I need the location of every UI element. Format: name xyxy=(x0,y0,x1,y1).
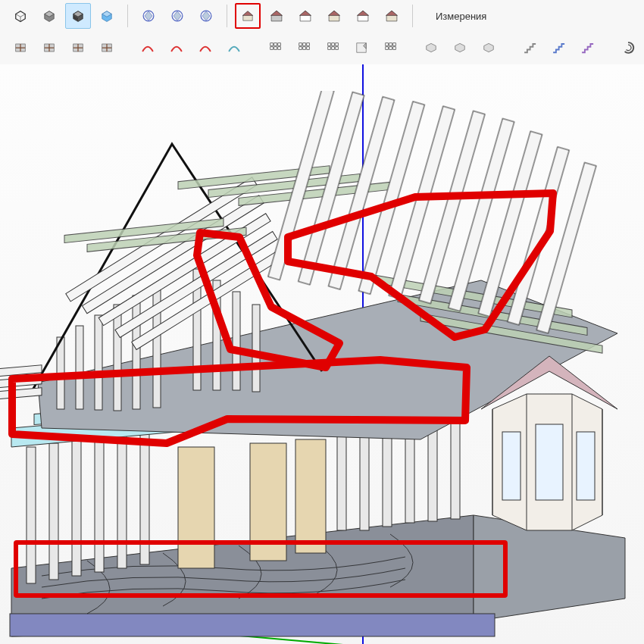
stair-grey-button[interactable] xyxy=(517,35,542,61)
grid-button[interactable] xyxy=(377,35,403,61)
fold-icon xyxy=(354,37,369,58)
cube-blue-button[interactable] xyxy=(94,3,120,29)
stair-grey-icon xyxy=(522,37,537,58)
svg-marker-61 xyxy=(455,43,465,52)
svg-line-1 xyxy=(16,14,20,17)
svg-rect-49 xyxy=(328,47,331,50)
cube-solid-button[interactable] xyxy=(36,3,62,29)
wall-corner-icon xyxy=(99,37,114,58)
stair-purple-button[interactable] xyxy=(574,35,600,61)
iso-box-icon xyxy=(424,37,439,58)
house-style4-icon xyxy=(327,5,342,27)
svg-rect-50 xyxy=(332,47,335,50)
svg-rect-55 xyxy=(389,43,392,46)
svg-marker-13 xyxy=(145,11,152,21)
svg-rect-46 xyxy=(328,43,331,46)
fold-button[interactable] xyxy=(349,35,374,61)
wall-corner-button[interactable] xyxy=(94,35,120,61)
svg-marker-21 xyxy=(271,11,283,15)
edge-rainbow-icon xyxy=(227,37,242,58)
array-tool-icon xyxy=(267,37,283,58)
svg-rect-41 xyxy=(303,43,306,46)
view-front-icon xyxy=(141,5,156,27)
edge-red-button[interactable] xyxy=(135,35,161,61)
svg-marker-19 xyxy=(242,11,253,16)
svg-rect-48 xyxy=(336,43,339,46)
svg-rect-56 xyxy=(393,43,396,46)
edge-fill-button[interactable] xyxy=(192,35,218,61)
svg-rect-59 xyxy=(393,47,396,50)
house-style4-button[interactable] xyxy=(321,3,347,29)
svg-rect-54 xyxy=(386,43,389,46)
cube-wire-button[interactable] xyxy=(8,3,33,29)
svg-rect-57 xyxy=(386,47,389,50)
stair-blue-icon xyxy=(551,37,566,58)
obj2-icon xyxy=(481,37,496,58)
house-style3-button[interactable] xyxy=(292,3,318,29)
house-style2-button[interactable] xyxy=(264,3,289,29)
house-style2-icon xyxy=(269,5,284,27)
wall-double-icon xyxy=(42,37,57,58)
obj2-button[interactable] xyxy=(476,35,502,61)
house-style6-button[interactable] xyxy=(379,3,405,29)
edge-arc-icon xyxy=(169,37,184,58)
array-tool-button[interactable] xyxy=(262,35,288,61)
house-style6-icon xyxy=(384,5,399,27)
svg-marker-17 xyxy=(202,11,210,21)
measurements-label: Измерения xyxy=(436,11,486,22)
edge-fill-icon xyxy=(198,37,213,58)
svg-marker-137 xyxy=(12,360,467,443)
cube-textured-button[interactable] xyxy=(65,3,91,29)
svg-marker-23 xyxy=(300,11,311,15)
main-toolbar: Измерения xyxy=(0,0,644,65)
iso-box-button[interactable] xyxy=(418,35,444,61)
house-style1-icon xyxy=(241,5,255,27)
3d-viewport[interactable] xyxy=(0,64,644,644)
svg-rect-38 xyxy=(274,47,277,50)
toolbar-separator xyxy=(412,5,413,27)
view-iso-icon xyxy=(170,5,185,27)
obj1-button[interactable] xyxy=(447,35,473,61)
upper-floor-annotation xyxy=(0,64,644,644)
svg-rect-37 xyxy=(270,47,274,50)
svg-marker-25 xyxy=(329,11,340,15)
toolbar-separator xyxy=(227,5,227,27)
edge-arc-button[interactable] xyxy=(164,35,189,61)
svg-marker-27 xyxy=(358,11,369,15)
svg-rect-40 xyxy=(299,43,302,46)
wall-double-button[interactable] xyxy=(36,35,62,61)
svg-marker-62 xyxy=(484,43,494,52)
svg-rect-35 xyxy=(274,43,277,46)
view-iso2-button[interactable] xyxy=(193,3,219,29)
pattern1-icon xyxy=(296,37,311,58)
wall-arc-button[interactable] xyxy=(65,35,91,61)
svg-rect-44 xyxy=(303,47,306,50)
pattern1-button[interactable] xyxy=(291,35,317,61)
spiral-icon xyxy=(621,37,636,58)
svg-rect-51 xyxy=(336,47,339,50)
view-iso2-icon xyxy=(199,5,214,27)
svg-rect-45 xyxy=(307,47,310,50)
view-iso-button[interactable] xyxy=(164,3,190,29)
house-style1-button[interactable] xyxy=(235,3,261,29)
pattern2-button[interactable] xyxy=(320,35,345,61)
svg-marker-60 xyxy=(427,43,436,52)
obj1-icon xyxy=(452,37,467,58)
spiral-button[interactable] xyxy=(615,35,641,61)
svg-rect-42 xyxy=(307,43,310,46)
toolbar-separator xyxy=(127,5,128,27)
pattern2-icon xyxy=(325,37,340,58)
house-style5-icon xyxy=(355,5,370,27)
edge-rainbow-button[interactable] xyxy=(221,35,247,61)
svg-marker-29 xyxy=(386,11,398,15)
house-style3-icon xyxy=(298,5,313,27)
cube-blue-icon xyxy=(99,5,114,27)
stair-blue-button[interactable] xyxy=(546,35,571,61)
wall-tool-icon xyxy=(13,37,28,58)
house-style5-button[interactable] xyxy=(350,3,376,29)
edge-red-icon xyxy=(140,37,155,58)
svg-rect-39 xyxy=(278,47,281,50)
svg-marker-15 xyxy=(174,11,181,21)
view-front-button[interactable] xyxy=(136,3,161,29)
wall-tool-button[interactable] xyxy=(8,35,33,61)
